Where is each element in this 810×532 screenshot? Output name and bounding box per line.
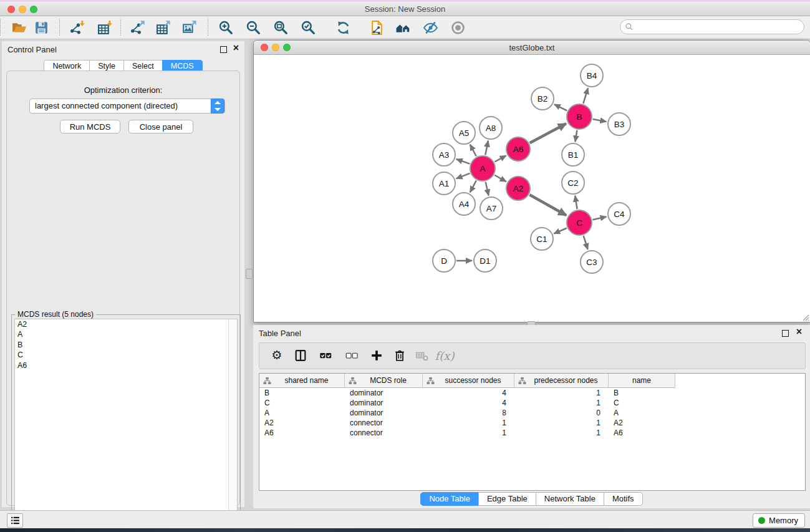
graph-node-A1[interactable]: A1 [433,172,455,195]
table-cell[interactable]: B [259,388,345,398]
graph-edge-C-C2[interactable] [575,196,577,210]
table-cell[interactable]: A2 [259,418,345,428]
optimization-criterion-dropdown[interactable]: largest connected component (directed) [29,99,225,114]
graph-edge-A-A3[interactable] [456,159,470,164]
table-row[interactable]: A2connector11A2 [259,418,805,428]
graph-edge-A2-C[interactable] [529,195,566,215]
import-network-button[interactable] [67,18,87,37]
zoom-fit-button[interactable] [271,18,291,37]
export-network-button[interactable] [128,18,148,37]
mcds-result-item[interactable]: A [15,329,237,339]
close-panel-button[interactable]: Close panel [128,120,193,133]
graph-edge-A-A4[interactable] [470,180,476,192]
graph-node-D1[interactable]: D1 [474,249,496,272]
export-table-button[interactable] [153,18,173,37]
table-cell[interactable]: connector [345,418,423,428]
graph-node-C2[interactable]: C2 [562,172,584,194]
zoom-out-button[interactable] [243,18,263,37]
table-cell[interactable]: A [259,408,345,418]
graph-edge-B-B1[interactable] [575,130,577,142]
table-cell[interactable]: 1 [514,388,609,398]
select-all-button[interactable] [316,346,335,365]
hide-selected-button[interactable] [420,18,440,37]
graph-edge-A-A1[interactable] [456,173,470,178]
graph-node-A5[interactable]: A5 [453,122,475,144]
network-canvas[interactable]: AA1A2A3A4A5A6A7A8BB1B2B3B4CC1C2C3C4DD1 [254,55,809,321]
column-header-shared-name[interactable]: shared name [259,374,345,387]
column-header-successor-nodes[interactable]: successor nodes [423,374,514,387]
mcds-result-item[interactable]: B [15,340,237,350]
table-cell[interactable]: 0 [514,408,609,418]
graph-node-B1[interactable]: B1 [562,143,584,166]
graph-node-C[interactable]: C [567,210,592,235]
vertical-splitter-handle[interactable] [246,269,253,279]
graph-node-A7[interactable]: A7 [480,197,503,220]
table-cell[interactable]: connector [345,428,423,438]
mcds-result-item[interactable]: C [15,350,237,360]
mcds-result-list[interactable]: A2ABCA6 [14,319,238,526]
first-neighbors-button[interactable] [393,18,413,37]
graph-edge-A-A6[interactable] [494,156,506,162]
table-close-panel-icon[interactable]: × [796,326,802,337]
graph-node-A8[interactable]: A8 [480,117,502,139]
table-cell[interactable]: A6 [259,428,345,438]
table-row[interactable]: Bdominator41B [259,388,805,398]
float-panel-icon[interactable] [220,46,227,53]
tab-edge-table[interactable]: Edge Table [478,492,536,506]
table-row[interactable]: Adominator80A [259,408,805,418]
graph-node-C4[interactable]: C4 [608,203,630,225]
mcds-result-item[interactable]: A2 [15,319,237,329]
table-cell[interactable]: 1 [423,428,514,438]
column-header-MCDS-role[interactable]: MCDS role [345,374,423,387]
graph-node-C3[interactable]: C3 [581,251,603,273]
graph-node-A2[interactable]: A2 [506,177,530,200]
graph-edge-B-B4[interactable] [583,88,588,104]
graph-node-D[interactable]: D [433,249,455,272]
tab-node-table[interactable]: Node Table [420,492,479,506]
export-image-button[interactable] [180,18,200,37]
delete-column-button[interactable] [390,346,410,365]
table-cell[interactable]: dominator [345,398,423,408]
graph-edge-A-A8[interactable] [485,141,488,155]
graph-edge-C-C3[interactable] [584,236,588,249]
tab-motifs[interactable]: Motifs [604,492,643,506]
node-table[interactable]: shared name MCDS role successor nodes pr… [259,373,806,491]
graph-edge-C-C4[interactable] [592,216,606,220]
apply-layout-button[interactable] [333,18,353,37]
task-history-button[interactable] [7,513,23,528]
table-cell[interactable]: C [609,398,675,408]
resize-grip-icon[interactable] [801,313,809,321]
deselect-all-button[interactable] [342,346,362,365]
table-cell[interactable]: 1 [423,418,514,428]
show-column-panel-button[interactable] [291,346,311,365]
import-table-button[interactable] [95,18,115,37]
table-cell[interactable]: A2 [609,418,675,428]
table-row[interactable]: A6connector11A6 [259,428,805,438]
graph-edge-A-A5[interactable] [470,145,476,157]
search-box[interactable] [620,19,804,34]
graph-edge-A-A7[interactable] [486,181,489,195]
table-cell[interactable]: dominator [345,388,423,398]
table-cell[interactable]: C [259,398,345,408]
memory-button[interactable]: Memory [753,513,805,528]
graph-node-B2[interactable]: B2 [531,87,554,110]
graph-node-A3[interactable]: A3 [433,143,455,166]
zoom-selected-button[interactable] [298,18,318,37]
table-cell[interactable]: 4 [423,398,514,408]
table-cell[interactable]: 1 [514,398,609,408]
table-float-panel-icon[interactable] [782,330,789,337]
graph-edge-B-B3[interactable] [593,119,607,122]
tab-network-table[interactable]: Network Table [536,492,604,506]
column-header-name[interactable]: name [609,374,675,387]
network-window-titlebar[interactable]: testGlobe.txt [254,41,810,55]
table-cell[interactable]: 1 [514,418,609,428]
search-input[interactable] [637,21,798,33]
table-cell[interactable]: 1 [514,428,609,438]
table-cell[interactable]: 8 [423,408,514,418]
table-options-button[interactable]: ⚙ [267,346,287,365]
graph-node-B4[interactable]: B4 [581,64,603,87]
graph-node-B[interactable]: B [567,104,592,129]
table-cell[interactable]: dominator [345,408,423,418]
add-column-button[interactable] [367,346,387,365]
graph-edge-A6-B[interactable] [530,123,566,143]
